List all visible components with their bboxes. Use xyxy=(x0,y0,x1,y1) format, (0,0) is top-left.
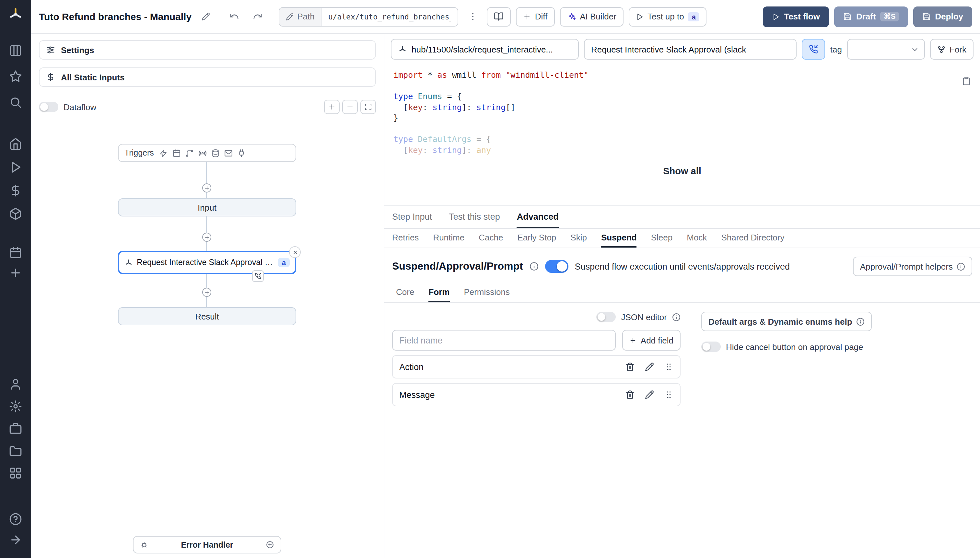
add-field-button[interactable]: Add field xyxy=(622,330,681,351)
approval-helpers-button[interactable]: Approval/Prompt helpers xyxy=(853,257,972,276)
runs-icon[interactable] xyxy=(9,161,22,174)
apps-icon[interactable] xyxy=(9,44,22,57)
flow-settings-button[interactable]: Settings xyxy=(39,40,376,60)
delete-field-button[interactable] xyxy=(625,390,635,399)
path-input[interactable] xyxy=(322,7,458,26)
info-icon xyxy=(957,262,965,271)
tab-core[interactable]: Core xyxy=(396,283,414,302)
workers-icon[interactable] xyxy=(9,422,22,435)
fork-button[interactable]: Fork xyxy=(930,39,973,60)
zoom-in-button[interactable] xyxy=(324,100,340,114)
slack-approval-node[interactable]: Request Interactive Slack Approval (... … xyxy=(118,251,296,274)
info-icon xyxy=(856,317,865,326)
favorites-icon[interactable] xyxy=(9,70,22,83)
tab-shared-directory[interactable]: Shared Directory xyxy=(721,229,784,248)
tab-permissions[interactable]: Permissions xyxy=(464,283,510,302)
dataflow-toggle[interactable] xyxy=(39,102,58,112)
field-row-message[interactable]: Message xyxy=(392,383,681,406)
drag-field-handle[interactable] xyxy=(664,390,673,399)
windmill-logo[interactable] xyxy=(8,7,23,22)
insert-step-button[interactable] xyxy=(202,233,211,242)
tab-advanced[interactable]: Advanced xyxy=(517,206,559,228)
error-handler-node[interactable]: Error Handler xyxy=(133,536,281,553)
draft-button[interactable]: Draft ⌘S xyxy=(834,6,908,27)
triggers-node[interactable]: Triggers xyxy=(118,144,296,162)
step-node-label: Request Interactive Slack Approval (... xyxy=(137,258,274,267)
remove-step-button[interactable] xyxy=(289,246,301,258)
email-icon[interactable] xyxy=(225,149,233,157)
show-all-button[interactable]: Show all xyxy=(663,166,701,176)
hub-script-path[interactable]: hub/11500/slack/request_interactive... xyxy=(391,39,579,60)
tab-suspend[interactable]: Suspend xyxy=(601,229,637,248)
deploy-button[interactable]: Deploy xyxy=(913,6,972,27)
create-icon[interactable] xyxy=(9,266,22,279)
info-icon[interactable] xyxy=(530,262,538,271)
default-args-help-button[interactable]: Default args & Dynamic enums help xyxy=(701,312,872,331)
home-icon[interactable] xyxy=(9,138,22,150)
schedule-icon[interactable] xyxy=(173,149,181,157)
plus-icon xyxy=(204,185,210,191)
folders-icon[interactable] xyxy=(9,445,22,458)
info-icon[interactable] xyxy=(672,313,681,321)
resources-icon[interactable] xyxy=(9,207,22,220)
code-editor[interactable]: import * as wmill from "windmill-client"… xyxy=(384,65,980,156)
more-options-button[interactable] xyxy=(464,7,482,26)
edit-field-button[interactable] xyxy=(645,362,654,371)
step-name-input[interactable] xyxy=(584,39,796,60)
expand-sidebar-icon[interactable] xyxy=(9,533,22,547)
suspend-indicator-badge[interactable] xyxy=(252,270,264,282)
schedules-icon[interactable] xyxy=(9,246,22,259)
fit-view-button[interactable] xyxy=(360,100,376,114)
tab-form[interactable]: Form xyxy=(428,283,450,302)
http-route-icon[interactable] xyxy=(186,149,194,157)
test-up-to-button[interactable]: Test up to a xyxy=(629,7,707,26)
zoom-out-button[interactable] xyxy=(342,100,358,114)
tab-runtime[interactable]: Runtime xyxy=(433,229,465,248)
tag-select[interactable] xyxy=(847,39,925,60)
user-icon[interactable] xyxy=(9,378,22,391)
tab-test-this-step[interactable]: Test this step xyxy=(449,206,500,228)
hide-cancel-toggle[interactable] xyxy=(701,341,721,352)
help-icon[interactable] xyxy=(9,513,22,525)
tab-step-input[interactable]: Step Input xyxy=(392,206,432,228)
json-editor-toggle[interactable] xyxy=(596,312,616,322)
webhook-icon[interactable] xyxy=(160,149,168,157)
edit-title-button[interactable] xyxy=(197,7,215,26)
redo-button[interactable] xyxy=(249,7,267,26)
undo-button[interactable] xyxy=(225,7,243,26)
postgres-icon[interactable] xyxy=(212,149,220,157)
tab-retries[interactable]: Retries xyxy=(392,229,419,248)
websocket-icon[interactable] xyxy=(199,149,207,157)
drag-field-handle[interactable] xyxy=(664,362,673,371)
trash-icon xyxy=(625,390,635,399)
search-icon[interactable] xyxy=(9,96,22,109)
copy-code-button[interactable] xyxy=(962,77,971,87)
edit-field-button[interactable] xyxy=(645,390,654,399)
tab-sleep[interactable]: Sleep xyxy=(651,229,673,248)
ai-builder-button[interactable]: AI Builder xyxy=(560,7,624,26)
settings-label: Settings xyxy=(61,45,94,55)
insert-step-button[interactable] xyxy=(202,184,211,192)
tab-cache[interactable]: Cache xyxy=(479,229,503,248)
docs-button[interactable] xyxy=(487,7,511,26)
suspend-phone-button[interactable] xyxy=(802,39,825,60)
delete-field-button[interactable] xyxy=(625,362,635,371)
groups-icon[interactable] xyxy=(9,467,22,479)
tab-skip[interactable]: Skip xyxy=(570,229,587,248)
input-node-label: Input xyxy=(198,202,217,212)
settings-gear-icon[interactable] xyxy=(9,400,22,413)
tab-mock[interactable]: Mock xyxy=(687,229,707,248)
insert-step-button[interactable] xyxy=(202,288,211,297)
tab-early-stop[interactable]: Early Stop xyxy=(517,229,556,248)
suspend-toggle[interactable] xyxy=(545,260,568,273)
test-flow-button[interactable]: Test flow xyxy=(763,6,829,27)
variables-icon[interactable] xyxy=(9,184,22,197)
result-node[interactable]: Result xyxy=(118,307,296,325)
kafka-icon[interactable] xyxy=(238,149,246,157)
field-row-action[interactable]: Action xyxy=(392,355,681,379)
add-error-handler-icon[interactable] xyxy=(266,540,274,549)
input-node[interactable]: Input xyxy=(118,198,296,217)
all-static-inputs-button[interactable]: All Static Inputs xyxy=(39,67,376,87)
field-name-input[interactable] xyxy=(392,330,616,351)
diff-button[interactable]: Diff xyxy=(516,7,555,26)
